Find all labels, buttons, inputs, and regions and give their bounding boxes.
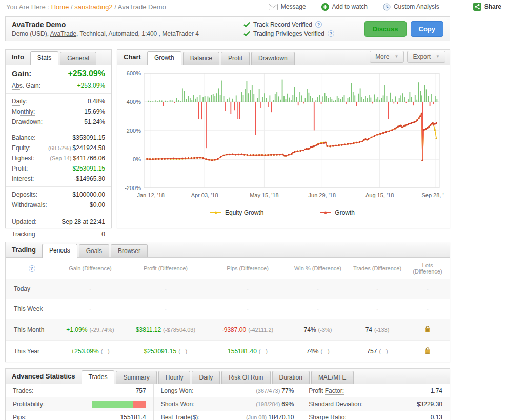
value-prefix: (Jun 08) <box>246 414 267 420</box>
cell-difference: ( - ) <box>259 348 268 354</box>
tab-daily[interactable]: Daily <box>192 371 220 384</box>
breadcrumb-home-link[interactable]: Home <box>51 3 69 11</box>
stat-label: Longs Won: <box>161 387 194 394</box>
cell-difference: (-3%) <box>318 327 332 333</box>
period-cell: $253091.15( - ) <box>123 341 209 362</box>
chart-panel: Chart GrowthBalanceProfitDrawdown More ▼… <box>117 49 450 228</box>
stat-label: Profitability: <box>13 401 45 408</box>
period-label: This Year <box>6 341 58 362</box>
custom-analysis-button[interactable]: Custom Analysis <box>383 3 439 11</box>
subtitle-pre: Demo (USD), <box>12 30 50 37</box>
table-row-this-year: This Year+253.09%( - )$253091.15( - )155… <box>6 341 450 362</box>
export-label: Export <box>413 53 431 60</box>
svg-text:Aug 15, '18: Aug 15, '18 <box>365 192 394 198</box>
breadcrumb-user-link[interactable]: sanstrading2 <box>74 3 112 11</box>
stat-value: 155181.4 <box>120 414 146 420</box>
table-row-this-week: This Week------ <box>6 299 450 319</box>
help-icon[interactable]: ? <box>29 265 35 272</box>
svg-text:Jun 29, '18: Jun 29, '18 <box>309 192 336 198</box>
info-panel-header: Info StatsGeneral <box>6 50 111 65</box>
tab-mae-mfe[interactable]: MAE/MFE <box>311 371 354 384</box>
info-stats-list: Gain:+253.09%Abs. Gain:+253.09%Daily:0.4… <box>6 65 111 242</box>
advanced-stats-panel: Advanced Statistics TradesSummaryHourlyD… <box>5 368 450 420</box>
column-header-trades-difference: Trades (Difference) <box>349 258 405 279</box>
advanced-stats-tabs: TradesSummaryHourlyDailyRisk Of RuinDura… <box>82 370 354 384</box>
help-icon[interactable]: ? <box>315 21 322 28</box>
info-row-value: (Sep 14)$411766.06 <box>50 153 105 163</box>
tab-periods[interactable]: Periods <box>42 244 77 258</box>
legend-line-icon <box>210 211 221 215</box>
track-record-verified: Track Record Verified ? <box>243 21 364 28</box>
stat-sharpe-ratio: Sharpe Ratio:0.13 <box>301 411 450 420</box>
more-button[interactable]: More ▼ <box>370 51 404 63</box>
info-row: Interest:-$14965.30 <box>12 174 105 184</box>
tab-goals[interactable]: Goals <box>79 244 109 257</box>
tab-summary[interactable]: Summary <box>116 371 156 384</box>
tab-risk-of-ruin[interactable]: Risk Of Ruin <box>221 371 270 384</box>
profitability-bar <box>92 401 146 408</box>
tab-duration[interactable]: Duration <box>272 371 310 384</box>
tab-growth[interactable]: Growth <box>147 51 181 65</box>
tab-drawdown[interactable]: Drawdown <box>251 52 295 65</box>
value-prefix: (198/284) <box>256 401 280 407</box>
broker-link[interactable]: AvaTrade <box>50 30 76 37</box>
period-cell: - <box>58 299 123 319</box>
tab-stats[interactable]: Stats <box>30 51 58 65</box>
column-header-pips-difference: Pips (Difference) <box>209 258 287 279</box>
more-label: More <box>375 53 389 60</box>
period-cell: - <box>349 279 405 299</box>
empty-value: - <box>376 305 378 312</box>
stat-value: 1.74 <box>431 387 442 394</box>
add-to-watch-label: Add to watch <box>332 3 368 10</box>
info-row-value: 0.48% <box>88 96 105 107</box>
info-row-value: $353091.15 <box>73 133 105 143</box>
tab-profit[interactable]: Profit <box>221 52 250 65</box>
cell-difference: (-133) <box>374 327 389 333</box>
chart-panel-title: Chart <box>121 53 147 65</box>
cell-difference: (-$78504.03) <box>163 327 195 333</box>
cell-difference: ( - ) <box>178 348 187 354</box>
cell-value: 74% <box>304 326 316 333</box>
period-cell: 757( - ) <box>349 341 405 362</box>
chevron-down-icon: ▼ <box>436 55 440 59</box>
copy-button[interactable]: Copy <box>411 21 444 37</box>
tab-trades[interactable]: Trades <box>82 370 115 384</box>
trading-panel-header: Trading PeriodsGoalsBrowser <box>6 242 450 258</box>
stat-label: Shorts Won: <box>161 401 195 408</box>
svg-text:Jan 12, '18: Jan 12, '18 <box>137 192 165 198</box>
tab-browser[interactable]: Browser <box>111 244 148 257</box>
breadcrumb-sep: / <box>69 3 74 11</box>
legend-item-growth[interactable]: Growth <box>320 209 355 216</box>
column-header-win-difference: Win % (Difference) <box>287 258 349 279</box>
info-row-value: 15.69% <box>84 107 105 117</box>
tab-general[interactable]: General <box>60 52 96 65</box>
advanced-stats-title: Advanced Statistics <box>10 372 82 384</box>
empty-value: - <box>317 285 319 292</box>
help-icon[interactable]: ? <box>328 30 334 37</box>
chart-tabs: GrowthBalanceProfitDrawdown <box>147 51 295 65</box>
info-row-label: Profit: <box>12 163 28 174</box>
discuss-button[interactable]: Discuss <box>364 21 407 37</box>
info-row-value: 51.24% <box>84 117 105 127</box>
tab-hourly[interactable]: Hourly <box>158 371 191 384</box>
check-icon <box>243 31 250 36</box>
cell-difference: ( - ) <box>101 348 110 354</box>
legend-item-equity-growth[interactable]: Equity Growth <box>210 209 263 216</box>
period-cell: - <box>287 279 349 299</box>
trading-tabs: PeriodsGoalsBrowser <box>42 244 148 257</box>
legend-label: Equity Growth <box>225 209 263 216</box>
info-row: Updated:Sep 28 at 22:41 <box>12 216 105 228</box>
add-to-watch-button[interactable]: Add to watch <box>321 3 368 11</box>
info-row-label: Gain: <box>12 67 31 80</box>
chart-panel-header: Chart GrowthBalanceProfitDrawdown More ▼… <box>117 50 450 65</box>
period-label: Today <box>6 279 58 299</box>
period-cell: - <box>123 279 209 299</box>
share-button[interactable]: Share <box>473 3 501 11</box>
message-button[interactable]: Message <box>269 3 306 10</box>
empty-value: - <box>376 285 378 292</box>
tab-balance[interactable]: Balance <box>183 52 219 65</box>
stat-value: (367/473)77% <box>256 387 294 394</box>
stat-value: 0.13 <box>431 414 442 420</box>
export-button[interactable]: Export ▼ <box>407 51 445 63</box>
info-row-label: Daily: <box>12 96 27 107</box>
